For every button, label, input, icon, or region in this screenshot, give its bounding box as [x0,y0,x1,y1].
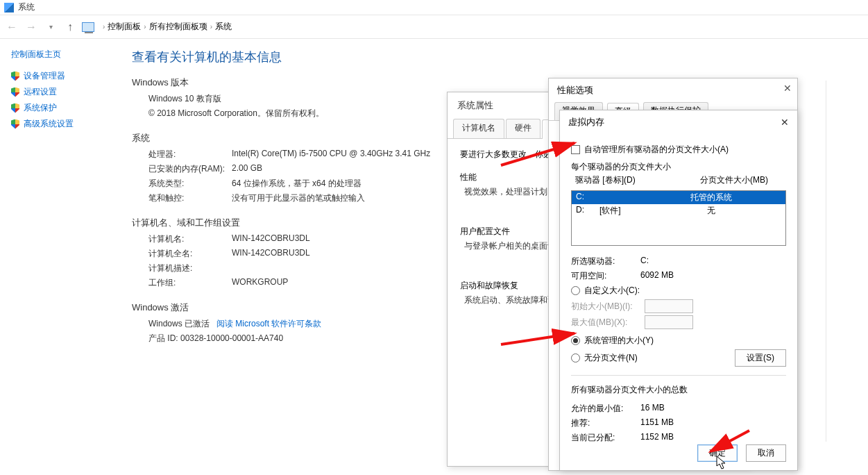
breadcrumb-leaf[interactable]: 系统 [215,21,232,33]
value-available: 6092 MB [640,270,674,282]
sidebar-link-remote[interactable]: 远程设置 [11,86,114,98]
radio-custom-label: 自定义大小(C): [584,285,640,297]
dialog-virtual-memory: 虚拟内存 ✕ 自动管理所有驱动器的分页文件大小(A) 每个驱动器的分页文件大小 … [559,110,798,471]
chevron-right-icon: › [103,23,105,31]
label-min: 允许的最小值: [571,403,640,415]
label-initial-size: 初始大小(MB)(I): [571,301,638,312]
set-button[interactable]: 设置(S) [735,349,786,367]
sidebar-link-label: 系统保护 [24,102,57,114]
drive-list[interactable]: C: 托管的系统 D: [软件] 无 [571,190,786,246]
shield-icon [11,119,19,129]
up-icon[interactable]: ↑ [62,19,78,35]
product-id: 产品 ID: 00328-10000-00001-AA740 [148,333,283,344]
cursor-icon [716,456,726,469]
value-rec: 1151 MB [640,417,674,429]
label-ram: 已安装的内存(RAM): [148,163,232,175]
col-drive: 驱动器 [卷标](D) [571,173,682,188]
dialog-title: 性能选项 [549,78,797,102]
navigation-bar: ← → ▾ ↑ › 控制面板 › 所有控制面板项 › 系统 [0,15,868,39]
sidebar-link-label: 高级系统设置 [24,118,74,130]
label-desc: 计算机描述: [148,262,232,274]
chevron-right-icon: › [144,23,146,31]
label-max-size: 最大值(MB)(X): [571,317,638,328]
tab-hardware[interactable]: 硬件 [506,119,541,138]
breadcrumb-mid[interactable]: 所有控制面板项 [149,21,207,33]
drive-letter: D: [572,204,595,217]
radio-no-paging[interactable] [571,353,580,362]
close-icon[interactable]: ✕ [781,117,789,128]
sidebar-link-device-manager[interactable]: 设备管理器 [11,70,114,82]
close-icon[interactable]: ✕ [783,83,792,94]
label-pen: 笔和触控: [148,192,232,204]
breadcrumb[interactable]: › 控制面板 › 所有控制面板项 › 系统 [103,21,232,33]
label-cur: 当前已分配: [571,432,640,444]
divider [571,375,786,376]
tab-computer-name[interactable]: 计算机名 [453,119,504,138]
sidebar-link-label: 远程设置 [24,86,57,98]
breadcrumb-root[interactable]: 控制面板 [108,21,141,33]
sidebar-link-label: 设备管理器 [24,70,65,82]
label-cpu: 处理器: [148,149,232,160]
computer-icon [82,22,94,32]
dialog-title: 虚拟内存 [568,116,604,128]
radio-nopage-label: 无分页文件(N) [584,352,638,364]
sidebar: 控制面板主页 设备管理器 远程设置 系统保护 高级系统设置 [0,39,125,475]
totals-title: 所有驱动器分页文件大小的总数 [571,384,786,396]
sidebar-link-protection[interactable]: 系统保护 [11,102,114,114]
window-title: 系统 [18,1,35,13]
label-rec: 推荐: [571,417,640,429]
value-cur: 1152 MB [640,432,674,444]
initial-size-input[interactable] [645,299,693,313]
vertical-divider [826,81,826,442]
drive-label: [软件] [595,204,637,217]
license-terms-link[interactable]: 阅读 Microsoft 软件许可条款 [216,318,321,330]
list-item[interactable]: D: [软件] 无 [572,204,785,217]
label-systype: 系统类型: [148,178,232,190]
shield-icon [11,103,19,113]
drive-label [595,191,637,204]
chevron-right-icon: › [210,23,212,31]
window-title-bar: 系统 [0,0,868,15]
drive-letter: C: [572,191,595,204]
sidebar-link-advanced[interactable]: 高级系统设置 [11,118,114,130]
radio-system-label: 系统管理的大小(Y) [584,335,654,347]
label-workgroup: 工作组: [148,277,232,289]
auto-manage-label: 自动管理所有驱动器的分页文件大小(A) [584,144,729,156]
radio-system-managed[interactable] [571,336,580,345]
shield-icon [11,88,19,97]
label-selected-drive: 所选驱动器: [571,256,640,267]
auto-manage-checkbox[interactable] [571,145,580,154]
per-drive-label: 每个驱动器的分页文件大小 [571,161,786,173]
value-selected-drive: C: [640,256,649,267]
system-icon [4,3,14,12]
back-icon[interactable]: ← [4,19,19,35]
activation-state: Windows 已激活 [148,318,210,330]
label-available: 可用空间: [571,270,640,282]
page-heading: 查看有关计算机的基本信息 [132,49,854,65]
value-min: 16 MB [640,403,665,415]
label-fullname: 计算机全名: [148,248,232,260]
list-item[interactable]: C: 托管的系统 [572,191,785,204]
max-size-input[interactable] [645,315,693,329]
control-panel-home-link[interactable]: 控制面板主页 [11,49,114,60]
drive-size: 无 [637,204,785,217]
recent-dropdown-icon[interactable]: ▾ [43,19,58,35]
col-size: 分页文件大小(MB) [682,173,786,188]
label-pcname: 计算机名: [148,233,232,245]
forward-icon[interactable]: → [24,19,39,35]
cancel-button[interactable]: 取消 [746,444,786,462]
radio-custom-size[interactable] [571,286,580,295]
shield-icon [11,72,19,81]
drive-size: 托管的系统 [637,191,785,204]
